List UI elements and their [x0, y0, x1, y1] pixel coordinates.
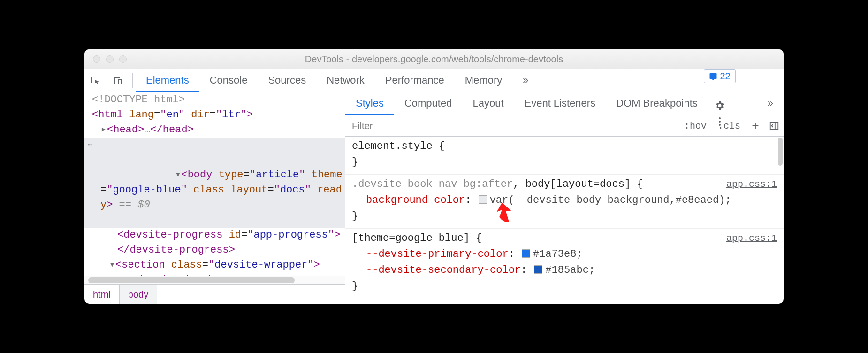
color-swatch-icon[interactable]	[522, 249, 530, 258]
rule-close: }	[352, 278, 777, 294]
tab-sources[interactable]: Sources	[258, 69, 316, 92]
panel-tabs: Elements Console Sources Network Perform…	[136, 69, 539, 92]
rule-selector: element.style {	[352, 138, 777, 154]
console-messages-count: 22	[720, 71, 731, 82]
styles-vertical-scrollbar[interactable]	[777, 137, 784, 304]
cls-toggle[interactable]: .cls	[712, 121, 746, 131]
rule-element-style[interactable]: element.style { }	[345, 137, 784, 174]
tab-console[interactable]: Console	[199, 69, 258, 92]
device-toolbar-icon[interactable]	[107, 69, 129, 92]
rule-theme-google-blue[interactable]: app.css:1 [theme=google-blue] { --devsit…	[345, 228, 784, 298]
tab-event-listeners[interactable]: Event Listeners	[514, 92, 606, 115]
tab-dom-breakpoints[interactable]: DOM Breakpoints	[606, 92, 708, 115]
collapse-triangle-icon[interactable]: ▾	[175, 168, 181, 183]
css-property: --devsite-secondary-color	[366, 264, 521, 276]
window-title: DevTools - developers.google.com/web/too…	[84, 54, 784, 65]
css-property: --devsite-primary-color	[366, 248, 509, 260]
expand-triangle-icon[interactable]: ▸	[124, 273, 130, 276]
devtools-toolbar: Elements Console Sources Network Perform…	[84, 69, 784, 92]
tab-network[interactable]: Network	[316, 69, 375, 92]
css-declaration[interactable]: --devsite-secondary-color: #185abc;	[352, 262, 777, 278]
tab-styles[interactable]: Styles	[345, 92, 394, 115]
rule-close: }	[352, 154, 777, 170]
dom-breadcrumbs: html body	[84, 284, 345, 304]
css-rules: element.style { } app.css:1 .devsite-boo…	[345, 137, 784, 304]
crumb-html[interactable]: html	[84, 285, 120, 304]
rule-selector: .devsite-book-nav-bg:after, body[layout=…	[352, 176, 777, 192]
crumb-body[interactable]: body	[120, 285, 157, 304]
devtools-window: DevTools - developers.google.com/web/too…	[84, 49, 784, 304]
hov-toggle[interactable]: :hov	[678, 121, 712, 131]
css-declaration[interactable]: --devsite-primary-color: #1a73e8;	[352, 246, 777, 262]
elements-dom-pane: <!DOCTYPE html> <html lang="en" dir="ltr…	[84, 92, 345, 304]
css-value: #1a73e8;	[533, 248, 583, 260]
dom-horizontal-scrollbar[interactable]	[84, 276, 345, 284]
dom-selected-node[interactable]: ⋯ ▾<body type="article" theme="google-bl…	[84, 138, 345, 228]
styles-filter-input[interactable]	[345, 121, 678, 131]
rule-selector: [theme=google-blue] {	[352, 230, 777, 246]
css-property: background-color	[366, 194, 465, 206]
inspect-element-icon[interactable]	[84, 69, 107, 92]
tabs-overflow-icon[interactable]: »	[512, 69, 539, 92]
expand-triangle-icon[interactable]: ▸	[100, 123, 107, 138]
css-value: #185abc;	[545, 264, 595, 276]
toggle-sidebar-icon[interactable]	[765, 121, 784, 131]
tab-layout[interactable]: Layout	[462, 92, 514, 115]
toolbar-separator	[132, 73, 133, 88]
console-messages-badge[interactable]: 22	[704, 69, 736, 83]
styles-pane: Styles Computed Layout Event Listeners D…	[345, 92, 784, 304]
rule-body-layout-docs[interactable]: app.css:1 .devsite-book-nav-bg:after, bo…	[345, 174, 784, 228]
tab-performance[interactable]: Performance	[375, 69, 455, 92]
css-value: var(--devsite-body-background,#e8eaed);	[490, 194, 731, 206]
rule-source-link[interactable]: app.css:1	[726, 176, 777, 192]
rule-close: }	[352, 208, 777, 224]
css-declaration[interactable]: background-color: var(--devsite-body-bac…	[352, 192, 777, 208]
new-style-rule-icon[interactable]	[746, 121, 765, 131]
rule-source-link[interactable]: app.css:1	[726, 230, 777, 246]
tab-memory[interactable]: Memory	[455, 69, 512, 92]
tab-elements[interactable]: Elements	[136, 69, 199, 92]
dom-doctype: <!DOCTYPE html>	[92, 94, 185, 106]
collapse-triangle-icon[interactable]: ▾	[109, 258, 115, 273]
dom-tree[interactable]: <!DOCTYPE html> <html lang="en" dir="ltr…	[84, 92, 345, 276]
styles-tabs-overflow-icon[interactable]: »	[757, 92, 784, 115]
tab-computed[interactable]: Computed	[394, 92, 463, 115]
window-titlebar: DevTools - developers.google.com/web/too…	[84, 49, 784, 69]
styles-tabs: Styles Computed Layout Event Listeners D…	[345, 92, 784, 115]
color-swatch-icon[interactable]	[534, 265, 542, 274]
styles-filter-row: :hov .cls	[345, 115, 784, 137]
color-swatch-icon[interactable]	[479, 195, 487, 204]
gutter-ellipsis-icon: ⋯	[85, 138, 94, 153]
